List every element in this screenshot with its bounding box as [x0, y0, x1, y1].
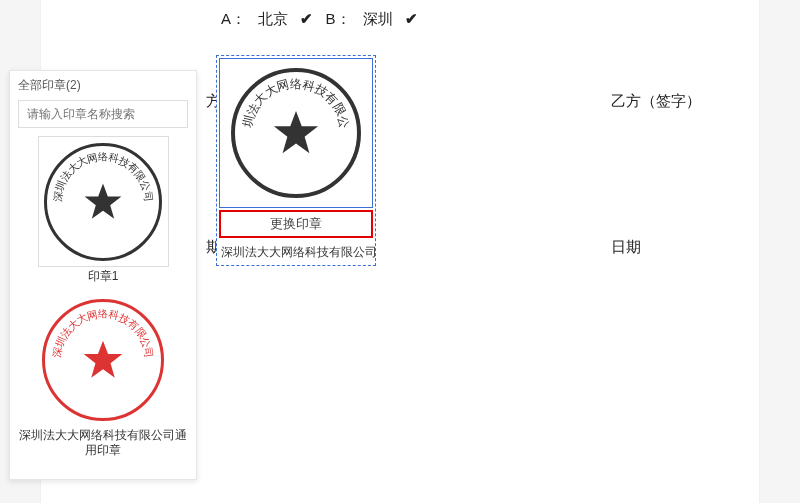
svg-text:深圳法大大网络科技有限公司: 深圳法大大网络科技有限公司 — [52, 151, 154, 202]
change-seal-button[interactable]: 更换印章 — [219, 210, 373, 238]
seal-thumb[interactable]: 深圳法大大网络科技有限公司 — [38, 295, 169, 426]
choice-a-value: 北京 — [258, 10, 288, 27]
seal-stamp-icon: 深圳法大大网络科技有限公司 — [42, 299, 164, 421]
choice-row: A： 北京 ✔ B： 深圳 ✔ — [221, 10, 759, 29]
seal-list-item[interactable]: 深圳法大大网络科技有限公司 深圳法大大网络科技有限公司通用印章 — [18, 295, 188, 459]
placed-seal-image[interactable]: 深圳法大大网络科技有限公司 — [219, 58, 373, 208]
svg-text:深圳法大大网络科技有限公司: 深圳法大大网络科技有限公司 — [235, 72, 352, 130]
date-b-label: 日期 — [611, 238, 641, 257]
seal-item-label: 印章1 — [18, 269, 188, 285]
change-seal-label: 更换印章 — [270, 215, 322, 233]
check-icon: ✔ — [405, 10, 418, 27]
choice-b-label: B： — [326, 10, 351, 27]
party-b-label: 乙方（签字） — [611, 92, 701, 111]
choice-b-value: 深圳 — [363, 10, 393, 27]
seal-item-label: 深圳法大大网络科技有限公司通用印章 — [18, 428, 188, 459]
seal-stamp-icon: 深圳法大大网络科技有限公司 — [44, 143, 162, 261]
check-icon: ✔ — [300, 10, 313, 27]
seal-stamp-icon: 深圳法大大网络科技有限公司 — [231, 68, 361, 198]
svg-text:深圳法大大网络科技有限公司: 深圳法大大网络科技有限公司 — [51, 308, 155, 358]
placed-seal-caption: 深圳法大大网络科技有限公司 — [217, 240, 375, 265]
seal-thumb[interactable]: 深圳法大大网络科技有限公司 — [38, 136, 169, 267]
seal-list-item[interactable]: 深圳法大大网络科技有限公司 印章1 — [18, 136, 188, 285]
choice-a-label: A： — [221, 10, 246, 27]
seal-picker-panel: 全部印章(2) 深圳法大大网络科技有限公司 印章1 深圳法大大网络科技有限公司 — [9, 70, 197, 480]
panel-title: 全部印章(2) — [18, 77, 188, 94]
placed-seal-widget[interactable]: 深圳法大大网络科技有限公司 更换印章 深圳法大大网络科技有限公司 — [216, 55, 376, 266]
seal-search-input[interactable] — [18, 100, 188, 128]
